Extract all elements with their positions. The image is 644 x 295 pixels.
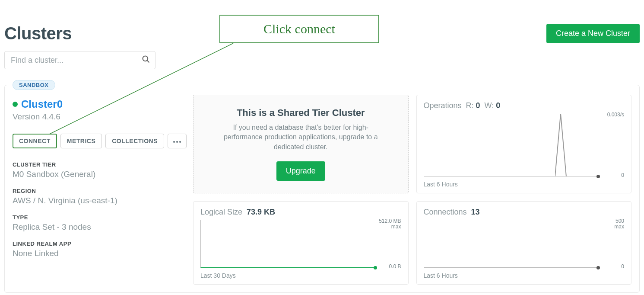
search-container (4, 51, 155, 69)
operations-w-value: 0 (496, 101, 500, 110)
metrics-button[interactable]: METRICS (60, 134, 102, 148)
svg-point-3 (173, 141, 175, 143)
region-label: REGION (13, 188, 185, 194)
size-chart: 512.0 MB max 0.0 B (200, 220, 401, 268)
connections-label: Connections (424, 208, 467, 217)
operations-label: Operations (424, 101, 462, 110)
cluster-name-link[interactable]: Cluster0 (21, 98, 63, 110)
cluster-card: SANDBOX Cluster0 Version 4.4.6 CONNECT M… (4, 85, 640, 293)
connections-panel: Connections 13 500 max 0 Last 6 Hours (416, 201, 632, 285)
upgrade-button[interactable]: Upgrade (276, 161, 325, 181)
connections-chart: 500 max 0 (424, 220, 625, 268)
operations-r-label: R: (466, 101, 474, 110)
connect-button[interactable]: CONNECT (13, 134, 57, 148)
operations-chart: 0.003/s 0 (424, 114, 625, 176)
operations-max-label: 0.003/s (607, 112, 624, 118)
annotation-text: Click connect (263, 22, 335, 36)
realm-value: None Linked (13, 249, 185, 258)
logical-size-panel: Logical Size 73.9 KB 512.0 MB max 0.0 B … (193, 201, 409, 285)
operations-w-label: W: (485, 101, 494, 110)
connections-max-label: 500 max (614, 218, 624, 230)
chart-end-dot-icon (374, 266, 377, 269)
operations-min-label: 0 (621, 172, 624, 178)
shared-tier-title: This is a Shared Tier Cluster (237, 107, 365, 119)
connections-min-label: 0 (621, 263, 624, 269)
size-label: Logical Size (200, 208, 242, 217)
collections-button[interactable]: COLLECTIONS (105, 134, 164, 148)
sandbox-badge: SANDBOX (13, 80, 55, 90)
operations-spike-icon (555, 114, 568, 176)
realm-label: LINKED REALM APP (13, 240, 185, 247)
shared-tier-panel: This is a Shared Tier Cluster If you nee… (193, 95, 409, 193)
page-title: Clusters (4, 24, 72, 43)
tier-value: M0 Sandbox (General) (13, 170, 185, 179)
svg-point-4 (176, 141, 178, 143)
region-value: AWS / N. Virginia (us-east-1) (13, 196, 185, 205)
status-dot-icon (13, 102, 18, 107)
cluster-version: Version 4.4.6 (13, 112, 185, 122)
size-value: 73.9 KB (247, 208, 275, 217)
ellipsis-icon (173, 138, 181, 144)
cluster-info-column: Cluster0 Version 4.4.6 CONNECT METRICS C… (13, 95, 185, 285)
chart-end-dot-icon (596, 266, 600, 269)
more-actions-button[interactable] (168, 134, 187, 148)
svg-line-2 (147, 61, 149, 63)
annotation-callout: Click connect (219, 15, 379, 43)
size-max-label: 512.0 MB max (379, 218, 401, 230)
connections-footer: Last 6 Hours (424, 272, 625, 279)
svg-point-1 (143, 56, 148, 61)
svg-point-5 (179, 141, 181, 143)
operations-panel: Operations R: 0 W: 0 0.003/s (416, 95, 632, 193)
search-icon (142, 55, 150, 65)
create-cluster-button[interactable]: Create a New Cluster (546, 24, 640, 43)
size-footer: Last 30 Days (200, 272, 401, 279)
operations-footer: Last 6 Hours (424, 181, 625, 188)
type-label: TYPE (13, 214, 185, 221)
size-min-label: 0.0 B (389, 263, 401, 269)
type-value: Replica Set - 3 nodes (13, 222, 185, 232)
search-input[interactable] (4, 51, 155, 69)
chart-end-dot-icon (596, 175, 600, 178)
shared-tier-text: If you need a database that's better for… (215, 123, 387, 152)
tier-label: CLUSTER TIER (13, 161, 185, 168)
operations-r-value: 0 (476, 101, 480, 110)
connections-value: 13 (471, 208, 480, 217)
